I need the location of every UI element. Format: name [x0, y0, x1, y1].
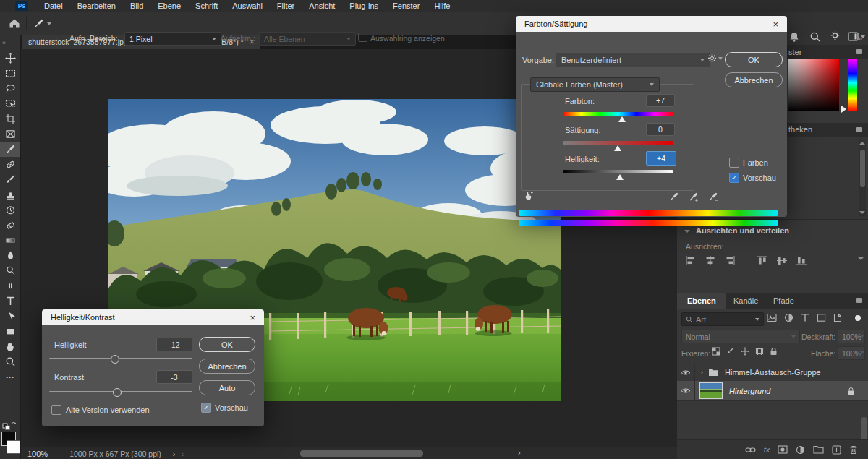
- color-picker-field[interactable]: [788, 59, 839, 111]
- align-left-icon[interactable]: [686, 256, 696, 265]
- hue-value-field[interactable]: +7: [646, 94, 675, 107]
- home-button[interactable]: [9, 18, 20, 29]
- close-icon[interactable]: ×: [250, 312, 255, 323]
- lock-position-icon[interactable]: [741, 347, 749, 356]
- preset-options-gear[interactable]: [707, 53, 723, 63]
- menu-item-plugins[interactable]: Plug-ins: [342, 1, 386, 10]
- filter-smart-objects-icon[interactable]: [833, 313, 842, 322]
- gradient-tool-button[interactable]: [0, 233, 20, 248]
- menu-item-ebene[interactable]: Ebene: [150, 1, 188, 10]
- targeted-adjustment-tool[interactable]: [523, 190, 535, 202]
- frame-tool-button[interactable]: [0, 126, 20, 142]
- cancel-button[interactable]: Abbrechen: [725, 72, 783, 87]
- align-bottom-icon[interactable]: [796, 256, 807, 265]
- search-icon[interactable]: [809, 31, 821, 43]
- shape-tool-button[interactable]: [0, 324, 20, 339]
- background-color-swatch[interactable]: [7, 440, 20, 454]
- layer-row-background[interactable]: Hintergrund: [677, 381, 868, 401]
- layer-effects-icon[interactable]: fx: [764, 445, 770, 454]
- section-chevron-icon[interactable]: [684, 230, 690, 233]
- adjustment-layer-icon[interactable]: [796, 445, 805, 455]
- menu-item-filter[interactable]: Filter: [270, 1, 302, 10]
- hue-slider-thumb[interactable]: [618, 116, 626, 122]
- panel-menu-icon[interactable]: [856, 127, 862, 132]
- legacy-checkbox[interactable]: [51, 405, 61, 415]
- menu-item-bearbeiten[interactable]: Bearbeiten: [70, 1, 123, 10]
- layer-filter-search[interactable]: Art: [681, 312, 764, 326]
- path-selection-tool-button[interactable]: [0, 309, 20, 324]
- tab-pfade[interactable]: Pfade: [773, 296, 794, 305]
- expand-chevron-icon[interactable]: ›: [701, 369, 703, 376]
- panel-menu-icon[interactable]: [856, 298, 862, 303]
- scroll-up-icon[interactable]: [859, 142, 865, 145]
- scroll-down-icon[interactable]: [859, 211, 865, 214]
- lock-all-icon[interactable]: [770, 347, 778, 356]
- ok-button[interactable]: OK: [199, 337, 255, 352]
- scrollbar-thumb[interactable]: [860, 150, 865, 187]
- auto-button[interactable]: Auto: [199, 380, 255, 395]
- filter-pixel-layers-icon[interactable]: [767, 313, 777, 322]
- colorize-checkbox[interactable]: [729, 158, 739, 168]
- marquee-tool-button[interactable]: [0, 66, 20, 81]
- notifications-bell-icon[interactable]: [788, 31, 800, 43]
- zoom-level[interactable]: 100%: [27, 450, 48, 458]
- tool-preset-eyedropper[interactable]: [33, 18, 51, 29]
- object-selection-tool-button[interactable]: [0, 96, 20, 111]
- dodge-tool-button[interactable]: [0, 263, 20, 278]
- new-group-icon[interactable]: [813, 445, 824, 454]
- workspace-switcher[interactable]: [848, 32, 865, 41]
- eyedropper-minus-icon[interactable]: [708, 192, 718, 202]
- saturation-slider-thumb[interactable]: [614, 145, 621, 151]
- lasso-tool-button[interactable]: [0, 81, 20, 96]
- filter-adjustment-layers-icon[interactable]: [784, 313, 793, 322]
- status-chevron-right[interactable]: ›: [173, 450, 176, 458]
- brightness-slider-track[interactable]: [49, 358, 192, 359]
- menu-item-datei[interactable]: Datei: [37, 1, 70, 10]
- eyedropper-icon[interactable]: [669, 192, 679, 202]
- tab-bibliotheken-partial[interactable]: theken: [788, 125, 812, 134]
- new-layer-icon[interactable]: [832, 445, 841, 455]
- menu-item-hilfe[interactable]: Hilfe: [427, 1, 457, 10]
- sample-size-select[interactable]: 1 Pixel: [124, 32, 221, 46]
- tab-muster-partial[interactable]: ster: [788, 48, 801, 56]
- default-swap-colors[interactable]: [2, 421, 17, 430]
- saturation-value-field[interactable]: 0: [646, 123, 675, 136]
- align-right-icon[interactable]: [725, 256, 735, 265]
- zoom-tool-button[interactable]: [0, 354, 20, 369]
- type-tool-button[interactable]: [0, 293, 20, 309]
- filter-type-layers-icon[interactable]: [801, 313, 809, 322]
- layer-filter-toggle[interactable]: [855, 315, 861, 321]
- tab-kanaele[interactable]: Kanäle: [733, 296, 758, 305]
- dialog-titlebar[interactable]: Helligkeit/Kontrast ×: [42, 309, 264, 325]
- eraser-tool-button[interactable]: [0, 218, 20, 233]
- eyedropper-tool-button[interactable]: [0, 142, 20, 157]
- lock-icon[interactable]: [847, 387, 855, 395]
- menu-item-ansicht[interactable]: Ansicht: [302, 1, 342, 10]
- clone-stamp-tool-button[interactable]: [0, 187, 20, 202]
- lightness-value-field[interactable]: +4: [646, 151, 676, 166]
- delete-layer-icon[interactable]: [849, 445, 858, 455]
- status-chevron-left[interactable]: ‹: [181, 450, 184, 458]
- cancel-button[interactable]: Abbrechen: [199, 359, 255, 374]
- panel-menu-icon[interactable]: [856, 49, 862, 54]
- layer-row-group[interactable]: › Himmel-Austausch-Gruppe: [677, 364, 868, 382]
- visibility-toggle[interactable]: [677, 364, 695, 381]
- eyedropper-plus-icon[interactable]: [689, 192, 699, 202]
- preset-select[interactable]: Benutzerdefiniert: [556, 53, 710, 67]
- menu-item-bild[interactable]: Bild: [123, 1, 150, 10]
- scroll-chevron-right[interactable]: ›: [518, 448, 521, 457]
- brightness-slider-knob[interactable]: [111, 355, 119, 364]
- contrast-slider-knob[interactable]: [113, 388, 122, 397]
- align-center-horizontal-icon[interactable]: [705, 256, 715, 265]
- background-layer-name[interactable]: Hintergrund: [729, 387, 770, 395]
- menu-item-schrift[interactable]: Schrift: [188, 1, 225, 10]
- ok-button[interactable]: OK: [725, 52, 783, 67]
- layer-thumbnail[interactable]: [699, 382, 723, 399]
- lock-artboard-icon[interactable]: [755, 347, 764, 356]
- blur-tool-button[interactable]: [0, 248, 20, 263]
- lock-pixels-icon[interactable]: [726, 347, 735, 356]
- crop-tool-button[interactable]: [0, 111, 20, 126]
- close-icon[interactable]: ×: [773, 19, 778, 30]
- lightness-slider-thumb[interactable]: [616, 174, 624, 180]
- hue-slider-track[interactable]: [563, 112, 673, 116]
